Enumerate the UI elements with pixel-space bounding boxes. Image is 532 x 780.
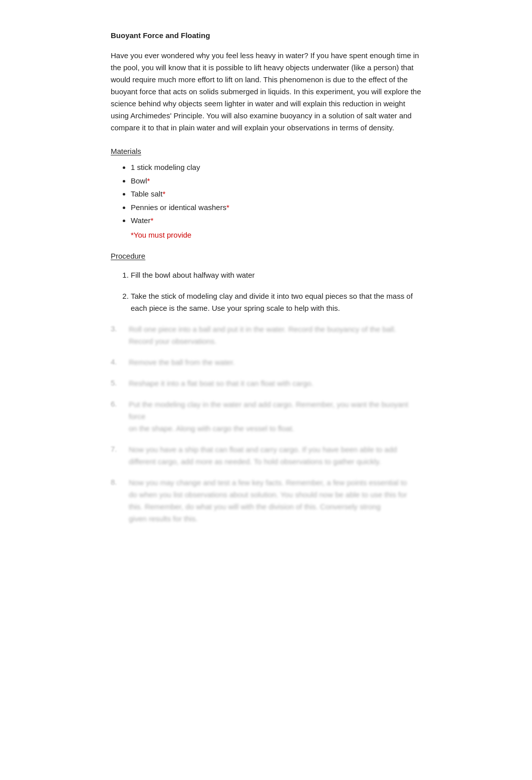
materials-heading: Materials <box>111 146 421 157</box>
procedure-step-1: Fill the bowl about halfway with water <box>131 269 421 281</box>
material-text: Pennies or identical washers* <box>131 203 229 212</box>
procedure-heading: Procedure <box>111 251 421 262</box>
list-item: 1 stick modeling clay <box>131 162 421 173</box>
asterisk: * <box>226 203 229 212</box>
step-content: Remove the ball from the water. <box>129 356 235 368</box>
step-number: 7. <box>111 444 129 468</box>
blurred-steps: 3. Roll one piece into a ball and put it… <box>111 323 421 525</box>
list-item: Bowl* <box>131 175 421 187</box>
step-content: Reshape it into a flat boat so that it c… <box>129 377 314 389</box>
asterisk: * <box>147 176 150 185</box>
step-number: 3. <box>111 323 129 347</box>
step-content: Now you may change and test a few key fa… <box>129 477 407 525</box>
blurred-step-6: 6. Put the modeling clay in the water an… <box>111 399 421 435</box>
list-item: Water* <box>131 215 421 227</box>
step-text: Take the stick of modeling clay and divi… <box>131 292 413 312</box>
blurred-step-7: 7. Now you have a ship that can float an… <box>111 444 421 468</box>
blurred-step-4: 4. Remove the ball from the water. <box>111 356 421 368</box>
step-content: Put the modeling clay in the water and a… <box>129 399 421 435</box>
asterisk: * <box>150 216 153 225</box>
material-text: Table salt* <box>131 189 165 198</box>
list-item: Table salt* <box>131 188 421 200</box>
material-text: 1 stick modeling clay <box>131 163 200 171</box>
step-number: 6. <box>111 399 129 435</box>
list-item: Pennies or identical washers* <box>131 202 421 214</box>
materials-note: *You must provide <box>131 230 421 241</box>
materials-list: 1 stick modeling clay Bowl* Table salt* … <box>131 162 421 227</box>
blurred-step-8: 8. Now you may change and test a few key… <box>111 477 421 525</box>
asterisk: * <box>162 189 165 198</box>
intro-text: Have you ever wondered why you feel less… <box>111 50 421 134</box>
material-text: Water* <box>131 216 153 225</box>
step-number: 5. <box>111 377 129 389</box>
procedure-step-2: Take the stick of modeling clay and divi… <box>131 290 421 314</box>
page-container: Buoyant Force and Floating Have you ever… <box>71 0 461 574</box>
page-title: Buoyant Force and Floating <box>111 30 421 42</box>
procedure-list: Fill the bowl about halfway with water T… <box>131 269 421 314</box>
step-text: Fill the bowl about halfway with water <box>131 271 255 279</box>
step-number: 4. <box>111 356 129 368</box>
step-content: Now you have a ship that can float and c… <box>129 444 397 468</box>
blurred-step-5: 5. Reshape it into a flat boat so that i… <box>111 377 421 389</box>
step-number: 8. <box>111 477 129 525</box>
material-text: Bowl* <box>131 176 150 185</box>
step-content: Roll one piece into a ball and put it in… <box>129 323 396 347</box>
blurred-step-3: 3. Roll one piece into a ball and put it… <box>111 323 421 347</box>
